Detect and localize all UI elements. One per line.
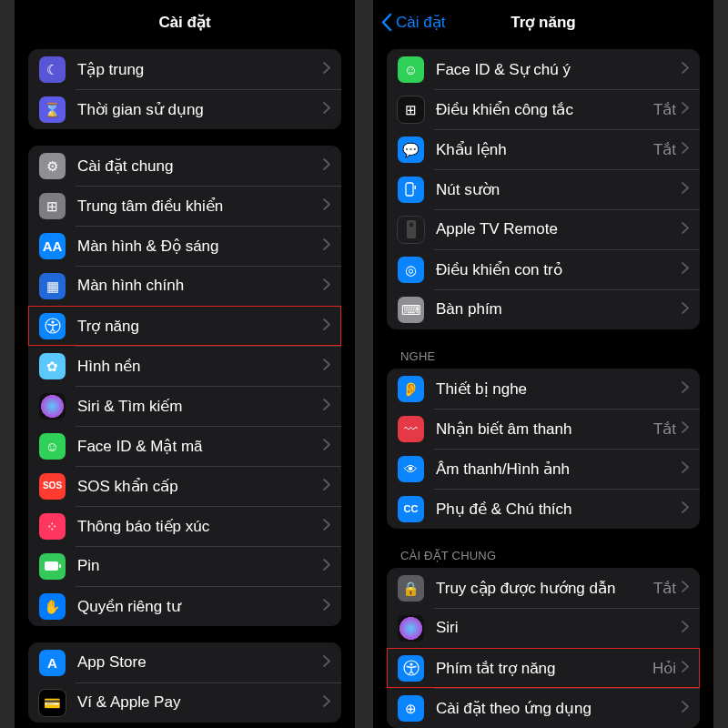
group-header: CÀI ĐẶT CHUNG [400, 549, 700, 562]
switch-control-icon: ⊞ [398, 96, 424, 123]
row-siri[interactable]: Siri & Tìm kiếm [28, 386, 341, 426]
faceid-icon: ☺ [39, 433, 66, 460]
row-label: Bàn phím [436, 300, 682, 318]
toggles-icon: ⊞ [39, 193, 66, 219]
row-label: Face ID & Mật mã [77, 437, 323, 456]
hand-icon: ✋ [39, 593, 66, 620]
settings-group: ☾ Tập trung ⌛ Thời gian sử dụng [28, 49, 341, 129]
svg-point-9 [410, 662, 412, 665]
row-side-button[interactable]: Nút sườn [387, 169, 700, 209]
side-button-icon [398, 177, 424, 203]
chevron-left-icon [380, 13, 392, 32]
row-faceid[interactable]: ☺ Face ID & Mật mã [28, 426, 341, 466]
row-pointer[interactable]: ◎ Điều khiển con trỏ [387, 249, 700, 289]
chevron-right-icon [682, 700, 689, 716]
chevron-right-icon [323, 654, 330, 671]
row-label: Điều khiển công tắc [436, 100, 653, 119]
row-value: Tắt [653, 579, 676, 598]
chevron-right-icon [682, 580, 689, 596]
chevron-right-icon [323, 157, 330, 174]
page-title: Trợ năng [511, 13, 575, 32]
settings-group: 👂 Thiết bị nghe 〰 Nhận biết âm thanh Tắt… [387, 369, 700, 529]
chevron-right-icon [323, 518, 330, 534]
row-display[interactable]: AA Màn hình & Độ sáng [28, 226, 341, 266]
row-label: Quyền riêng tư [77, 597, 323, 616]
row-label: Thông báo tiếp xúc [77, 517, 323, 536]
siri-icon [39, 393, 66, 420]
waveform-icon: 〰 [398, 416, 424, 442]
row-label: Phụ đề & Chú thích [436, 500, 682, 519]
chevron-right-icon [323, 278, 330, 294]
chevron-right-icon [682, 620, 689, 636]
row-label: Âm thanh/Hình ảnh [436, 460, 682, 479]
chevron-right-icon [682, 221, 689, 238]
row-label: Hình nền [77, 357, 323, 376]
row-switch-control[interactable]: ⊞ Điều khiển công tắc Tắt [387, 89, 700, 129]
row-label: Pin [77, 557, 323, 575]
chevron-right-icon [682, 261, 689, 278]
svg-rect-2 [45, 561, 58, 571]
chevron-right-icon [682, 181, 689, 197]
row-keyboard[interactable]: ⌨ Bàn phím [387, 289, 700, 329]
row-control-center[interactable]: ⊞ Trung tâm điều khiển [28, 186, 341, 226]
row-siri-acc[interactable]: Siri [387, 608, 700, 648]
chevron-right-icon [323, 197, 330, 214]
chevron-right-icon [682, 61, 689, 77]
row-accessibility[interactable]: Trợ năng [28, 306, 341, 346]
appstore-icon: A [39, 650, 66, 676]
nav-bar: Cài đặt [15, 0, 355, 45]
ear-icon: 👂 [398, 376, 424, 402]
row-label: Khẩu lệnh [436, 140, 653, 159]
row-per-app[interactable]: ⊕ Cài đặt theo ứng dụng [387, 688, 700, 728]
row-label: Cài đặt chung [77, 157, 323, 176]
row-wallpaper[interactable]: ✿ Hình nền [28, 346, 341, 386]
accessibility-icon [398, 655, 424, 682]
row-battery[interactable]: Pin [28, 546, 341, 586]
settings-screen: Cài đặt ☾ Tập trung ⌛ Thời gian sử dụng … [15, 0, 355, 728]
row-label: Màn hình & Độ sáng [77, 237, 323, 256]
svg-rect-3 [59, 564, 61, 568]
row-focus[interactable]: ☾ Tập trung [28, 49, 341, 89]
row-general[interactable]: ⚙ Cài đặt chung [28, 146, 341, 186]
settings-list: ☾ Tập trung ⌛ Thời gian sử dụng ⚙ Cài đặ… [15, 45, 355, 728]
row-privacy[interactable]: ✋ Quyền riêng tư [28, 586, 341, 626]
row-screentime[interactable]: ⌛ Thời gian sử dụng [28, 89, 341, 129]
row-subtitles[interactable]: CC Phụ đề & Chú thích [387, 489, 700, 529]
row-label: App Store [77, 653, 323, 672]
faceid-icon: ☺ [398, 56, 424, 83]
chevron-right-icon [682, 380, 689, 397]
row-home-screen[interactable]: ▦ Màn hình chính [28, 266, 341, 306]
row-value: Hỏi [652, 659, 676, 678]
row-tv-remote[interactable]: Apple TV Remote [387, 209, 700, 249]
chevron-right-icon [682, 460, 689, 477]
row-label: Siri & Tìm kiếm [77, 397, 323, 416]
grid-icon: ▦ [39, 273, 66, 299]
row-label: Phím tắt trợ năng [436, 659, 652, 678]
row-sos[interactable]: SOS SOS khẩn cấp [28, 466, 341, 506]
row-label: Trung tâm điều khiển [77, 197, 323, 216]
back-button[interactable]: Cài đặt [380, 13, 445, 32]
row-face-attention[interactable]: ☺ Face ID & Sự chú ý [387, 49, 700, 89]
row-guided-access[interactable]: 🔒 Truy cập được hướng dẫn Tắt [387, 568, 700, 608]
row-exposure[interactable]: ⁘ Thông báo tiếp xúc [28, 506, 341, 546]
chevron-right-icon [682, 500, 689, 517]
settings-group: A App Store 💳 Ví & Apple Pay [28, 642, 341, 723]
row-sound-recognition[interactable]: 〰 Nhận biết âm thanh Tắt [387, 409, 700, 449]
per-app-icon: ⊕ [398, 695, 424, 722]
group-header: NGHE [400, 349, 700, 363]
row-audio-visual[interactable]: 👁 Âm thanh/Hình ảnh [387, 449, 700, 489]
flower-icon: ✿ [39, 353, 66, 379]
row-label: Thời gian sử dụng [77, 100, 323, 119]
row-label: Ví & Apple Pay [77, 693, 323, 712]
row-appstore[interactable]: A App Store [28, 642, 341, 682]
gear-icon: ⚙ [39, 153, 66, 179]
row-accessibility-shortcut[interactable]: Phím tắt trợ năng Hỏi [387, 648, 700, 688]
row-voice-control[interactable]: 💬 Khẩu lệnh Tắt [387, 129, 700, 169]
row-wallet[interactable]: 💳 Ví & Apple Pay [28, 682, 341, 723]
svg-rect-4 [406, 183, 413, 196]
row-hearing[interactable]: 👂 Thiết bị nghe [387, 369, 700, 409]
row-value: Tắt [653, 100, 676, 119]
hourglass-icon: ⌛ [39, 96, 66, 123]
chevron-right-icon [323, 358, 330, 374]
chevron-right-icon [682, 101, 689, 117]
